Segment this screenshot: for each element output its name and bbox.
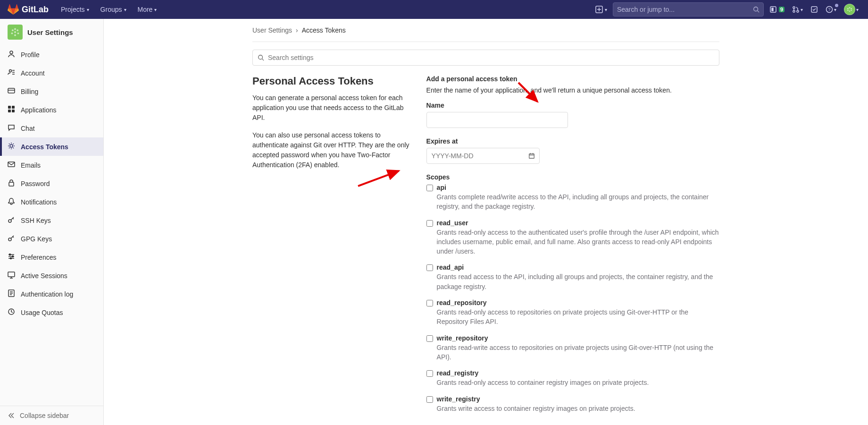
sidebar-item-active-sessions[interactable]: Active Sessions bbox=[0, 266, 103, 285]
svg-rect-28 bbox=[8, 106, 11, 109]
sidebar-item-gpg-keys[interactable]: GPG Keys bbox=[0, 230, 103, 248]
help-icon[interactable]: ? ▾ bbox=[824, 4, 838, 15]
sidebar-item-ssh-keys[interactable]: SSH Keys bbox=[0, 211, 103, 230]
top-nav: Projects▾ Groups▾ More▾ bbox=[56, 3, 161, 16]
sidebar-item-label: SSH Keys bbox=[21, 217, 51, 224]
scope-checkbox-read_repository[interactable] bbox=[426, 300, 433, 306]
key-icon bbox=[8, 216, 15, 225]
name-label: Name bbox=[426, 102, 719, 109]
svg-rect-27 bbox=[8, 88, 15, 93]
chevron-down-icon: ▾ bbox=[87, 7, 89, 12]
collapse-sidebar[interactable]: Collapse sidebar bbox=[0, 406, 103, 425]
sidebar-item-label: GPG Keys bbox=[21, 235, 52, 243]
nav-groups[interactable]: Groups▾ bbox=[96, 3, 131, 16]
svg-point-14 bbox=[849, 10, 851, 12]
breadcrumb: User Settings › Access Tokens bbox=[252, 26, 719, 42]
global-search[interactable] bbox=[613, 2, 764, 17]
name-input[interactable] bbox=[426, 112, 568, 128]
settings-search-input[interactable] bbox=[268, 54, 714, 61]
svg-point-1 bbox=[754, 7, 758, 11]
sidebar-item-password[interactable]: Password bbox=[0, 174, 103, 193]
chevron-down-icon: ▾ bbox=[154, 7, 157, 12]
scope-name: read_user bbox=[437, 219, 719, 227]
account-icon bbox=[8, 68, 15, 77]
svg-point-32 bbox=[10, 144, 13, 147]
breadcrumb-parent[interactable]: User Settings bbox=[252, 26, 292, 34]
scope-read_repository: read_repositoryGrants read-only access t… bbox=[426, 299, 719, 327]
collapse-icon bbox=[8, 412, 15, 419]
sidebar-item-billing[interactable]: Billing bbox=[0, 82, 103, 101]
svg-point-26 bbox=[9, 70, 12, 72]
sidebar-item-account[interactable]: Account bbox=[0, 64, 103, 82]
avatar bbox=[844, 4, 855, 15]
svg-point-37 bbox=[9, 254, 11, 255]
scope-read_api: read_apiGrants read access to the API, i… bbox=[426, 264, 719, 291]
scope-checkbox-write_repository[interactable] bbox=[426, 335, 433, 342]
breadcrumb-current: Access Tokens bbox=[302, 26, 346, 34]
sidebar-item-label: Chat bbox=[21, 125, 35, 132]
scope-checkbox-read_registry[interactable] bbox=[426, 370, 433, 377]
sidebar-item-usage-quotas[interactable]: Usage Quotas bbox=[0, 303, 103, 322]
content: User Settings › Access Tokens Personal A… bbox=[104, 19, 868, 425]
topbar-right: ▾ 9 ▾ ? ▾ ▾ bbox=[593, 2, 860, 17]
svg-point-5 bbox=[793, 10, 795, 12]
svg-rect-34 bbox=[9, 182, 14, 186]
sidebar-item-emails[interactable]: Emails bbox=[0, 156, 103, 174]
scope-checkbox-api[interactable] bbox=[426, 185, 433, 191]
scope-checkbox-read_user[interactable] bbox=[426, 220, 433, 227]
scope-checkbox-read_api[interactable] bbox=[426, 264, 433, 271]
sidebar-item-authentication-log[interactable]: Authentication log bbox=[0, 285, 103, 303]
scope-name: write_repository bbox=[437, 334, 719, 342]
svg-point-10 bbox=[846, 6, 853, 13]
sidebar-avatar bbox=[8, 25, 23, 40]
logo[interactable]: GitLab bbox=[8, 4, 49, 15]
sidebar-item-preferences[interactable]: Preferences bbox=[0, 248, 103, 266]
sidebar-item-access-tokens[interactable]: Access Tokens bbox=[0, 137, 103, 156]
svg-point-21 bbox=[14, 34, 16, 36]
search-input[interactable] bbox=[617, 6, 753, 13]
nav-more[interactable]: More▾ bbox=[133, 3, 162, 16]
sidebar: User Settings ProfileAccountBillingAppli… bbox=[0, 19, 104, 425]
sidebar-item-label: Active Sessions bbox=[21, 272, 67, 280]
expires-label: Expires at bbox=[426, 137, 719, 145]
merge-requests-icon[interactable]: ▾ bbox=[790, 4, 805, 15]
sidebar-item-profile[interactable]: Profile bbox=[0, 45, 103, 64]
chevron-down-icon: ▾ bbox=[124, 7, 126, 12]
svg-rect-33 bbox=[8, 162, 15, 167]
quota-icon bbox=[8, 308, 15, 317]
svg-point-16 bbox=[851, 9, 852, 11]
question-icon: ? bbox=[826, 6, 833, 13]
sidebar-item-label: Authentication log bbox=[21, 290, 73, 298]
chevron-down-icon: ▾ bbox=[856, 7, 859, 12]
mail-icon bbox=[8, 161, 15, 170]
svg-point-15 bbox=[847, 9, 849, 11]
card-icon bbox=[8, 87, 15, 96]
calendar-icon[interactable] bbox=[528, 153, 535, 159]
settings-search[interactable] bbox=[252, 50, 719, 66]
sidebar-item-chat[interactable]: Chat bbox=[0, 119, 103, 137]
sidebar-item-applications[interactable]: Applications bbox=[0, 101, 103, 119]
sidebar-item-notifications[interactable]: Notifications bbox=[0, 193, 103, 211]
brand-text: GitLab bbox=[22, 5, 49, 15]
search-icon bbox=[753, 6, 760, 13]
chevron-down-icon: ▾ bbox=[605, 7, 607, 12]
scope-desc: Grants read-write access to repositories… bbox=[437, 343, 719, 362]
user-menu[interactable]: ▾ bbox=[842, 2, 860, 17]
scope-write_registry: write_registryGrants write access to con… bbox=[426, 395, 719, 413]
issues-icon[interactable]: 9 bbox=[768, 4, 786, 15]
todos-icon[interactable] bbox=[809, 4, 820, 15]
scope-desc: Grants read-only access to container reg… bbox=[437, 378, 719, 387]
plus-button[interactable]: ▾ bbox=[593, 4, 609, 15]
svg-point-18 bbox=[12, 29, 14, 31]
expires-input[interactable] bbox=[426, 148, 540, 164]
scope-checkbox-write_registry[interactable] bbox=[426, 396, 433, 403]
bell-icon bbox=[8, 197, 15, 206]
user-icon bbox=[8, 50, 15, 59]
page-title: Personal Access Tokens bbox=[252, 75, 411, 87]
nav-projects[interactable]: Projects▾ bbox=[56, 3, 94, 16]
svg-point-23 bbox=[17, 33, 19, 34]
mr-icon bbox=[792, 6, 800, 13]
svg-rect-30 bbox=[8, 110, 11, 112]
search-icon bbox=[258, 54, 264, 61]
sidebar-header[interactable]: User Settings bbox=[0, 19, 103, 45]
